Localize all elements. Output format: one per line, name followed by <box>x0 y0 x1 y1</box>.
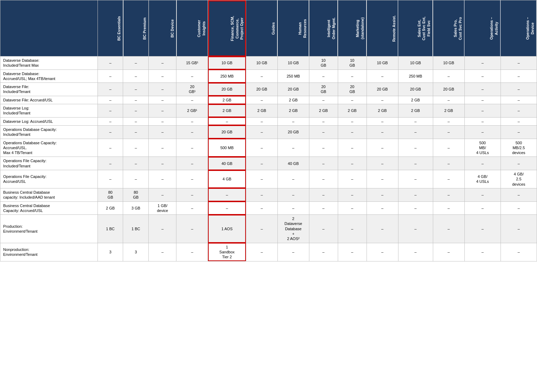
row-label-4: Dataverse Log: Included/Tenant <box>0 104 98 118</box>
cell-r7-c11: – <box>433 139 464 157</box>
cell-r3-c3: – <box>176 96 208 104</box>
cell-r6-c4: 20 GB <box>208 125 246 139</box>
cell-r0-c4: 10 GB <box>208 57 246 70</box>
cell-r4-c12: – <box>464 104 501 118</box>
cell-r9-c9: – <box>367 170 398 188</box>
col-header-12: Operations – Activity <box>464 0 501 57</box>
cell-r4-c3: 2 GB¹ <box>176 104 208 118</box>
cell-r11-c10: – <box>398 201 433 215</box>
cell-r1-c10: 250 MB <box>398 69 433 83</box>
cell-r9-c12: 4 GB/ 4 USLs <box>464 170 501 188</box>
cell-r5-c9: – <box>367 117 398 125</box>
cell-r5-c8: – <box>338 117 367 125</box>
cell-r2-c12: – <box>464 83 501 96</box>
cell-r3-c9: – <box>367 96 398 104</box>
cell-r8-c1: – <box>123 157 149 170</box>
cell-r11-c5: – <box>246 201 277 215</box>
cell-r3-c4: 2 GB <box>208 96 246 104</box>
cell-r0-c0: – <box>98 57 123 70</box>
cell-r12-c4: 1 AOS <box>208 215 246 243</box>
cell-r6-c2: – <box>149 125 176 139</box>
cell-r5-c4: – <box>208 117 246 125</box>
cell-r10-c11: – <box>433 188 464 201</box>
cell-r2-c3: 20 GB¹ <box>176 83 208 96</box>
cell-r12-c9: – <box>367 215 398 243</box>
cell-r7-c4: 500 MB <box>208 139 246 157</box>
cell-r3-c10: 2 GB <box>398 96 433 104</box>
cell-r12-c13: – <box>501 215 537 243</box>
cell-r3-c0: – <box>98 96 123 104</box>
table-row: Dataverse Log: Included/Tenant–––2 GB¹2 … <box>0 104 537 118</box>
cell-r11-c6: – <box>277 201 309 215</box>
table-header-label <box>0 0 98 57</box>
cell-r6-c5: – <box>246 125 277 139</box>
cell-r9-c1: – <box>123 170 149 188</box>
cell-r7-c6: – <box>277 139 309 157</box>
cell-r3-c2: – <box>149 96 176 104</box>
cell-r1-c1: – <box>123 69 149 83</box>
cell-r9-c8: – <box>338 170 367 188</box>
cell-r4-c11: 2 GB <box>433 104 464 118</box>
cell-r12-c11: – <box>433 215 464 243</box>
cell-r12-c5: – <box>246 215 277 243</box>
cell-r6-c12: – <box>464 125 501 139</box>
cell-r4-c5: 2 GB <box>246 104 277 118</box>
cell-r6-c11: – <box>433 125 464 139</box>
cell-r10-c2: – <box>149 188 176 201</box>
cell-r9-c11: – <box>433 170 464 188</box>
cell-r13-c0: 3 <box>98 243 123 261</box>
col-header-6: Human Resources <box>277 0 309 57</box>
cell-r10-c12: – <box>464 188 501 201</box>
table-row: Nonproduction: Environment/Tenant33––1 S… <box>0 243 537 261</box>
cell-r11-c11: – <box>433 201 464 215</box>
cell-r0-c12: – <box>464 57 501 70</box>
cell-r0-c1: – <box>123 57 149 70</box>
cell-r5-c5: – <box>246 117 277 125</box>
cell-r2-c6: 20 GB <box>277 83 309 96</box>
col-header-2: BC Device <box>149 0 176 57</box>
table-row: Dataverse Database: Included/Tenant Max–… <box>0 57 537 70</box>
cell-r5-c10: – <box>398 117 433 125</box>
col-header-11: Sales Pro, Cust Svc Pro <box>433 0 464 57</box>
cell-r13-c11: – <box>433 243 464 261</box>
col-header-4: Finance, SCM, Commerce, Project Oper <box>208 0 246 57</box>
cell-r13-c5: – <box>246 243 277 261</box>
cell-r5-c13: – <box>501 117 537 125</box>
cell-r12-c10: – <box>398 215 433 243</box>
cell-r10-c1: 80 GB <box>123 188 149 201</box>
cell-r12-c1: 1 BC <box>123 215 149 243</box>
cell-r7-c3: – <box>176 139 208 157</box>
cell-r4-c0: – <box>98 104 123 118</box>
cell-r2-c2: – <box>149 83 176 96</box>
cell-r3-c12: – <box>464 96 501 104</box>
cell-r10-c8: – <box>338 188 367 201</box>
cell-r0-c13: – <box>501 57 537 70</box>
cell-r4-c1: – <box>123 104 149 118</box>
cell-r13-c12: – <box>464 243 501 261</box>
cell-r1-c5: – <box>246 69 277 83</box>
cell-r0-c10: 10 GB <box>398 57 433 70</box>
cell-r11-c12: – <box>464 201 501 215</box>
cell-r1-c2: – <box>149 69 176 83</box>
col-header-0: BC Essentials <box>98 0 123 57</box>
cell-r9-c4: 4 GB <box>208 170 246 188</box>
cell-r5-c2: – <box>149 117 176 125</box>
cell-r8-c7: – <box>309 157 338 170</box>
cell-r8-c11: – <box>433 157 464 170</box>
cell-r4-c13: – <box>501 104 537 118</box>
cell-r2-c13: – <box>501 83 537 96</box>
cell-r10-c6: – <box>277 188 309 201</box>
row-label-7: Operations Database Capacity: Accrued/US… <box>0 139 98 157</box>
cell-r7-c13: 500 MB/2.5 devices <box>501 139 537 157</box>
cell-r7-c1: – <box>123 139 149 157</box>
cell-r11-c4: – <box>208 201 246 215</box>
cell-r6-c9: – <box>367 125 398 139</box>
cell-r11-c13: – <box>501 201 537 215</box>
capacity-table-container: BC EssentialsBC PremiumBC DeviceCustomer… <box>0 0 537 261</box>
cell-r11-c2: 1 GB/ device <box>149 201 176 215</box>
cell-r6-c3: – <box>176 125 208 139</box>
cell-r1-c0: – <box>98 69 123 83</box>
cell-r9-c5: – <box>246 170 277 188</box>
cell-r7-c2: – <box>149 139 176 157</box>
cell-r11-c7: – <box>309 201 338 215</box>
